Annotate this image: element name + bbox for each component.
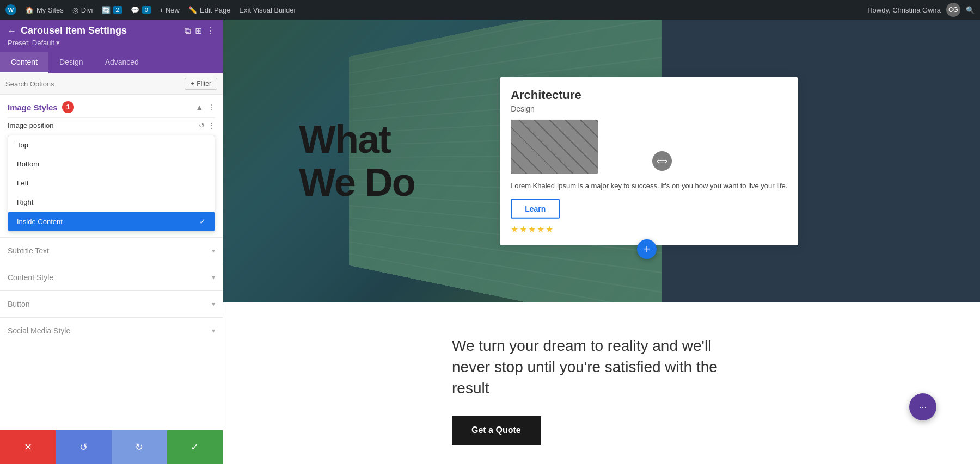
social-media-chevron-icon: ▾ bbox=[212, 327, 215, 335]
content-style-chevron-icon: ▾ bbox=[212, 274, 215, 281]
image-styles-label: Image Styles bbox=[8, 103, 58, 112]
reset-position-button[interactable]: ↺ bbox=[199, 121, 205, 129]
button-section: Button ▾ bbox=[0, 290, 223, 317]
subtitle-chevron-icon: ▾ bbox=[212, 247, 215, 255]
content-style-section: Content Style ▾ bbox=[0, 264, 223, 290]
grid-panel-icon[interactable]: ⊞ bbox=[195, 26, 202, 36]
position-dropdown: Top Bottom Left Right Inside Content ✓ bbox=[8, 135, 215, 232]
dropdown-option-top[interactable]: Top bbox=[8, 135, 215, 154]
hero-card: Architecture Design Lorem Khaled Ipsum i… bbox=[500, 77, 798, 245]
page-content: ⟺ WhatWe Do Architecture Design Lorem Kh… bbox=[223, 20, 980, 464]
subtitle-text-header[interactable]: Subtitle Text ▾ bbox=[0, 238, 223, 264]
bottom-section: We turn your dream to reality and we'll … bbox=[223, 302, 980, 464]
filter-plus-icon: + bbox=[191, 80, 194, 88]
exit-builder-label: Exit Visual Builder bbox=[239, 6, 296, 14]
add-content-button[interactable]: + bbox=[637, 239, 657, 259]
dropdown-option-bottom[interactable]: Bottom bbox=[8, 154, 215, 174]
save-button[interactable]: ✓ bbox=[167, 430, 223, 464]
subtitle-text-section: Subtitle Text ▾ bbox=[0, 237, 223, 264]
button-chevron-icon: ▾ bbox=[212, 300, 215, 308]
subtitle-text-label: Subtitle Text bbox=[8, 246, 49, 255]
tab-advanced[interactable]: Advanced bbox=[94, 52, 150, 73]
my-sites-link[interactable]: 🏠 My Sites bbox=[25, 6, 64, 14]
content-style-label: Content Style bbox=[8, 273, 53, 282]
more-panel-icon[interactable]: ⋮ bbox=[206, 26, 215, 36]
card-title: Architecture bbox=[511, 88, 787, 102]
card-learn-button[interactable]: Learn bbox=[511, 199, 560, 218]
panel-title: Carousel Item Settings bbox=[21, 25, 127, 36]
tab-design[interactable]: Design bbox=[48, 52, 94, 73]
exit-builder-button[interactable]: Exit Visual Builder bbox=[239, 6, 296, 14]
wp-logo-link[interactable]: W bbox=[5, 4, 16, 15]
panel-header: ← Carousel Item Settings ⧉ ⊞ ⋮ Preset: D… bbox=[0, 20, 223, 52]
canvas-area: ⟺ WhatWe Do Architecture Design Lorem Kh… bbox=[223, 20, 980, 464]
tab-content[interactable]: Content bbox=[0, 52, 48, 73]
selected-checkmark-icon: ✓ bbox=[199, 217, 206, 226]
tabs-row: Content Design Advanced bbox=[0, 52, 223, 73]
hero-text: WhatWe Do bbox=[299, 118, 415, 204]
new-button[interactable]: + New bbox=[160, 6, 180, 14]
copy-panel-icon[interactable]: ⧉ bbox=[185, 26, 191, 36]
my-sites-label: My Sites bbox=[36, 6, 64, 14]
button-label: Button bbox=[8, 300, 29, 308]
social-media-style-section: Social Media Style ▾ bbox=[0, 317, 223, 344]
preset-selector[interactable]: Preset: Default ▾ bbox=[8, 39, 215, 47]
divi-link[interactable]: ◎ Divi bbox=[72, 6, 93, 14]
collapse-section-button[interactable]: ▲ bbox=[195, 103, 203, 112]
edit-icon: ✏️ bbox=[188, 6, 197, 14]
divi-label: Divi bbox=[81, 6, 93, 14]
update-icon: 🔄 bbox=[102, 6, 111, 14]
content-style-header[interactable]: Content Style ▾ bbox=[0, 264, 223, 290]
button-header[interactable]: Button ▾ bbox=[0, 291, 223, 317]
cancel-button[interactable]: ✕ bbox=[0, 430, 56, 464]
social-media-style-header[interactable]: Social Media Style ▾ bbox=[0, 318, 223, 344]
dropdown-option-left[interactable]: Left bbox=[8, 174, 215, 193]
preset-label-text: Preset: Default bbox=[8, 39, 54, 47]
hero-section: ⟺ WhatWe Do Architecture Design Lorem Kh… bbox=[223, 20, 980, 302]
dropdown-option-inside-content[interactable]: Inside Content ✓ bbox=[8, 212, 215, 231]
home-icon: 🏠 bbox=[25, 6, 34, 14]
hero-heading: WhatWe Do bbox=[299, 118, 415, 204]
back-button[interactable]: ← bbox=[8, 26, 16, 36]
updates-link[interactable]: 🔄 2 bbox=[102, 6, 122, 14]
image-styles-title: Image Styles 1 bbox=[8, 101, 74, 113]
comment-count: 0 bbox=[142, 6, 151, 14]
edit-page-label: Edit Page bbox=[200, 6, 230, 14]
card-description: Lorem Khaled Ipsum is a major key to suc… bbox=[511, 181, 787, 191]
search-icon[interactable]: 🔍 bbox=[966, 6, 975, 14]
admin-bar: W 🏠 My Sites ◎ Divi 🔄 2 💬 0 + New ✏️ Edi… bbox=[0, 0, 980, 20]
search-options-input[interactable] bbox=[5, 80, 185, 88]
edit-page-button[interactable]: ✏️ Edit Page bbox=[188, 6, 230, 14]
resize-handle[interactable]: ⟺ bbox=[652, 151, 672, 171]
panel-footer: ✕ ↺ ↻ ✓ bbox=[0, 430, 223, 464]
new-label: + New bbox=[160, 6, 180, 14]
redo-button[interactable]: ↻ bbox=[112, 430, 167, 464]
filter-button[interactable]: + Filter bbox=[185, 78, 217, 90]
image-position-label: Image position bbox=[8, 121, 54, 129]
divi-icon: ◎ bbox=[72, 6, 78, 14]
comment-icon: 💬 bbox=[131, 6, 139, 14]
image-position-row: Image position ↺ ⋮ bbox=[8, 117, 215, 133]
position-more-button[interactable]: ⋮ bbox=[208, 121, 215, 129]
update-count: 2 bbox=[113, 6, 122, 14]
preset-arrow-icon: ▾ bbox=[56, 39, 60, 47]
card-subtitle: Design bbox=[511, 104, 787, 113]
bottom-text: We turn your dream to reality and we'll … bbox=[452, 335, 735, 399]
filter-label: Filter bbox=[197, 80, 211, 88]
card-image bbox=[511, 120, 598, 174]
image-styles-badge: 1 bbox=[62, 101, 74, 113]
reset-button[interactable]: ↺ bbox=[56, 430, 111, 464]
section-more-button[interactable]: ⋮ bbox=[207, 103, 215, 112]
image-styles-section: Image Styles 1 ▲ ⋮ Image position ↺ ⋮ bbox=[0, 95, 223, 237]
comments-link[interactable]: 💬 0 bbox=[131, 6, 151, 14]
dropdown-option-right[interactable]: Right bbox=[8, 193, 215, 212]
social-media-style-label: Social Media Style bbox=[8, 326, 70, 335]
wp-logo-icon: W bbox=[5, 4, 16, 15]
settings-panel: ← Carousel Item Settings ⧉ ⊞ ⋮ Preset: D… bbox=[0, 20, 223, 464]
card-stars: ★★★★★ bbox=[511, 224, 787, 234]
user-greeting: Howdy, Christina Gwira bbox=[867, 6, 941, 14]
search-row: + Filter bbox=[0, 73, 223, 95]
float-action-button[interactable]: ··· bbox=[909, 393, 936, 420]
user-avatar[interactable]: CG bbox=[946, 3, 960, 17]
get-quote-button[interactable]: Get a Quote bbox=[452, 416, 541, 445]
